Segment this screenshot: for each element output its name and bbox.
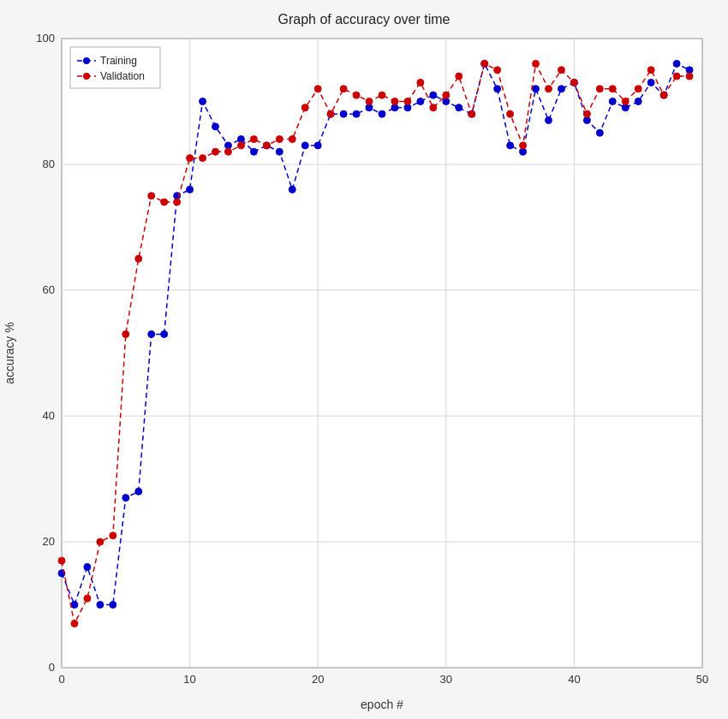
svg-point-79 bbox=[97, 538, 104, 545]
svg-text:10: 10 bbox=[183, 673, 195, 686]
svg-point-70 bbox=[622, 104, 629, 111]
svg-text:100: 100 bbox=[36, 32, 55, 45]
svg-point-106 bbox=[443, 92, 450, 98]
svg-point-112 bbox=[520, 142, 527, 149]
svg-point-33 bbox=[148, 330, 155, 337]
svg-point-75 bbox=[686, 67, 693, 74]
svg-point-78 bbox=[84, 595, 91, 602]
svg-point-116 bbox=[570, 79, 577, 86]
svg-point-102 bbox=[391, 98, 398, 105]
svg-point-67 bbox=[583, 117, 590, 124]
svg-text:0: 0 bbox=[58, 673, 64, 686]
svg-point-71 bbox=[635, 98, 641, 105]
svg-point-99 bbox=[353, 92, 360, 98]
svg-point-83 bbox=[148, 193, 155, 199]
svg-point-44 bbox=[289, 186, 295, 193]
svg-text:20: 20 bbox=[312, 673, 324, 686]
svg-text:40: 40 bbox=[568, 673, 580, 686]
svg-point-101 bbox=[379, 92, 385, 98]
svg-point-80 bbox=[110, 532, 116, 539]
svg-point-118 bbox=[596, 86, 603, 92]
svg-point-91 bbox=[250, 136, 257, 143]
svg-point-51 bbox=[379, 110, 385, 117]
svg-point-48 bbox=[340, 110, 347, 117]
svg-point-93 bbox=[276, 136, 283, 143]
svg-text:40: 40 bbox=[43, 409, 55, 422]
svg-point-38 bbox=[212, 123, 219, 130]
svg-point-61 bbox=[507, 142, 514, 149]
svg-point-124 bbox=[673, 73, 680, 80]
svg-point-62 bbox=[520, 148, 527, 155]
svg-point-32 bbox=[135, 488, 142, 495]
svg-point-103 bbox=[404, 98, 411, 105]
svg-point-87 bbox=[200, 155, 206, 162]
svg-point-95 bbox=[301, 104, 308, 111]
svg-point-122 bbox=[647, 67, 654, 74]
svg-point-89 bbox=[224, 148, 231, 155]
svg-point-92 bbox=[263, 142, 270, 149]
svg-point-81 bbox=[122, 330, 129, 337]
svg-point-36 bbox=[187, 186, 194, 193]
svg-point-84 bbox=[161, 199, 168, 205]
svg-point-85 bbox=[174, 199, 181, 205]
svg-point-76 bbox=[58, 557, 65, 564]
svg-point-134 bbox=[83, 73, 90, 80]
svg-point-115 bbox=[558, 67, 564, 74]
accuracy-chart: 02040608010001020304050Graph of accuracy… bbox=[0, 0, 728, 719]
svg-point-90 bbox=[237, 142, 244, 149]
svg-point-63 bbox=[533, 86, 540, 92]
svg-point-77 bbox=[71, 621, 78, 627]
svg-point-105 bbox=[430, 104, 437, 111]
svg-point-50 bbox=[366, 104, 373, 111]
svg-text:30: 30 bbox=[440, 673, 452, 686]
svg-point-53 bbox=[404, 104, 411, 111]
svg-text:80: 80 bbox=[43, 157, 55, 170]
svg-point-72 bbox=[647, 79, 654, 86]
svg-point-74 bbox=[673, 60, 680, 67]
svg-text:60: 60 bbox=[43, 283, 55, 296]
svg-point-40 bbox=[237, 136, 244, 143]
svg-point-69 bbox=[609, 98, 616, 105]
svg-point-82 bbox=[135, 255, 142, 262]
chart-container: 02040608010001020304050Graph of accuracy… bbox=[0, 0, 728, 719]
svg-point-39 bbox=[224, 142, 231, 149]
svg-text:Graph of accuracy over time: Graph of accuracy over time bbox=[278, 12, 451, 27]
svg-point-29 bbox=[97, 602, 104, 609]
svg-text:Validation: Validation bbox=[100, 70, 145, 82]
svg-point-49 bbox=[353, 110, 360, 117]
svg-text:0: 0 bbox=[49, 661, 55, 674]
svg-point-125 bbox=[686, 73, 693, 80]
svg-point-88 bbox=[212, 148, 219, 155]
svg-point-86 bbox=[187, 155, 194, 162]
svg-point-114 bbox=[545, 86, 552, 92]
svg-point-96 bbox=[314, 86, 321, 92]
svg-point-123 bbox=[660, 92, 667, 98]
svg-point-41 bbox=[250, 148, 257, 155]
svg-point-119 bbox=[609, 86, 616, 92]
svg-point-54 bbox=[417, 98, 424, 105]
svg-point-65 bbox=[558, 86, 564, 92]
svg-point-45 bbox=[301, 142, 308, 149]
svg-point-27 bbox=[71, 602, 78, 609]
svg-point-60 bbox=[494, 86, 501, 92]
svg-point-31 bbox=[122, 495, 129, 502]
svg-point-131 bbox=[83, 57, 90, 64]
svg-point-97 bbox=[327, 110, 334, 117]
svg-point-52 bbox=[391, 104, 398, 111]
svg-point-43 bbox=[276, 148, 283, 155]
svg-point-120 bbox=[622, 98, 629, 105]
svg-point-98 bbox=[340, 86, 347, 92]
svg-point-55 bbox=[430, 92, 437, 98]
svg-point-94 bbox=[289, 136, 295, 143]
svg-point-46 bbox=[314, 142, 321, 149]
svg-point-34 bbox=[161, 330, 168, 337]
svg-point-68 bbox=[596, 129, 603, 136]
svg-point-121 bbox=[635, 86, 641, 92]
svg-text:epoch #: epoch # bbox=[361, 698, 403, 711]
svg-point-111 bbox=[507, 110, 514, 117]
svg-point-37 bbox=[200, 98, 206, 105]
svg-point-110 bbox=[494, 67, 501, 74]
svg-text:accuracy %: accuracy % bbox=[3, 322, 16, 383]
svg-point-64 bbox=[545, 117, 552, 124]
svg-point-117 bbox=[583, 110, 590, 117]
